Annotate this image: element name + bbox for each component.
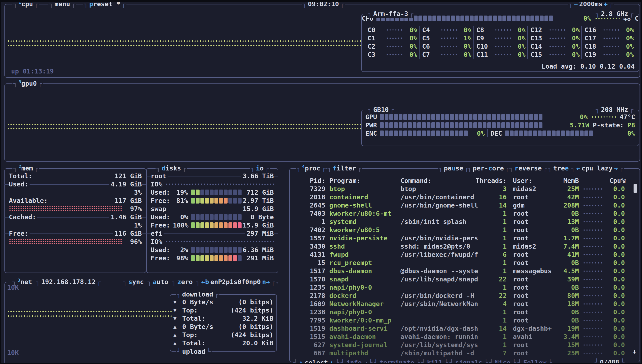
io-toggle[interactable]: io: [250, 164, 270, 172]
net-next-iface-button[interactable]: n→: [262, 278, 270, 286]
meter-block: [506, 122, 510, 128]
disks-title[interactable]: disks: [155, 164, 187, 172]
select-button[interactable]: ↑select↓: [293, 359, 340, 363]
sort-next-button[interactable]: →: [614, 164, 618, 172]
net-stat-label: Total:: [182, 315, 205, 322]
clock: 09:02:10: [302, 2, 345, 8]
process-row[interactable]: 627systemd-journal/usr/lib/systemd/sys1r…: [293, 341, 637, 349]
mem-row: Used:4.19 GiB: [9, 180, 142, 188]
col-cpu[interactable]: Cpu%: [606, 177, 625, 185]
gpu-encdec-row: ENC 0% DEC 0%: [365, 129, 635, 138]
col-user[interactable]: User:: [513, 177, 557, 185]
sort-prev-button[interactable]: ←: [576, 164, 580, 172]
tab-mem[interactable]: 2mem: [13, 164, 39, 172]
col-threads[interactable]: Threads:: [466, 177, 507, 185]
mem-label: Total:: [9, 172, 34, 180]
mem-row: 97%: [9, 205, 142, 213]
meter-block: [427, 114, 431, 120]
process-pid: 1235: [293, 284, 325, 292]
process-row[interactable]: 1systemd/sbin/init splash1root13M0.0: [293, 218, 637, 226]
col-pid[interactable]: Pid:: [293, 177, 325, 185]
net-zero-button[interactable]: zero: [171, 278, 199, 286]
kill-button[interactable]: kill: [421, 359, 449, 363]
filter-button[interactable]: filter: [327, 164, 362, 172]
process-row[interactable]: 7403kworker/u80:6-mt1root0B0.0: [293, 210, 637, 218]
process-row[interactable]: 15rcu_preempt1root0B0.0: [293, 259, 637, 267]
meter-block: [413, 114, 416, 120]
terminate-button[interactable]: terminate: [373, 359, 420, 363]
process-row[interactable]: 1557nvidia-persiste/usr/bin/nvidia-pers1…: [293, 234, 637, 242]
uptime: up 01:13:19: [11, 68, 54, 75]
tab-cpu[interactable]: 1cpu: [13, 2, 39, 8]
process-row[interactable]: 2645gnome-shell/usr/bin/gnome-shell14gdm…: [293, 201, 637, 210]
process-row[interactable]: 1235napi/phy0-01root0B0.0: [293, 284, 637, 292]
process-row[interactable]: 1609NetworkManager/usr/sbin/NetworkMan4r…: [293, 300, 637, 308]
core-row: C130%: [530, 34, 580, 42]
Nice-button[interactable]: Nice: [489, 359, 517, 363]
process-row[interactable]: 1515avahi-daemonavahi-daemon: runnin1ava…: [293, 333, 637, 341]
net-traffic-graph: [7, 310, 171, 318]
key-label-part: r: [514, 164, 518, 172]
meter-block: [549, 16, 553, 21]
process-row[interactable]: 1570snapd/usr/lib/snapd/snapd22root39M0.…: [293, 275, 637, 284]
refresh-decrease-button[interactable]: −: [574, 2, 578, 8]
process-mem: 0B: [553, 210, 579, 218]
core-row: C60%: [422, 42, 472, 50]
mem-label: Available:: [9, 197, 49, 204]
Follow-button[interactable]: Follow: [517, 359, 553, 363]
arrow-up-icon[interactable]: ↑: [299, 359, 303, 363]
scroll-down-icon[interactable]: ↓: [633, 348, 636, 355]
process-row[interactable]: 7329btopbtop3midas225M0.0: [293, 185, 637, 193]
process-row[interactable]: 667multipathd/sbin/multipathd -d7root25M…: [293, 349, 637, 357]
disk-meter-label: Free:: [151, 222, 173, 229]
core-name: C8: [476, 26, 493, 34]
process-program: rcu_preempt: [329, 259, 397, 267]
process-pid: 1515: [293, 333, 325, 341]
process-row[interactable]: 2018containerd/usr/bin/containerd16root4…: [293, 193, 637, 201]
net-auto-button[interactable]: auto: [147, 278, 174, 286]
meter-block: [521, 16, 525, 21]
process-row[interactable]: 1519dashboard-servi/opt/nvidia/dgx-dash1…: [293, 324, 637, 333]
net-prev-iface-button[interactable]: ←b: [201, 278, 209, 286]
meter-block: [525, 114, 528, 120]
arrow-down-icon[interactable]: ↓: [330, 359, 334, 363]
process-cpu: 0.0: [606, 218, 625, 226]
net-sync-button[interactable]: sync: [122, 278, 150, 286]
reverse-button[interactable]: reverse: [508, 164, 548, 172]
process-row[interactable]: 1517dbus-daemon@dbus-daemon --syste1mess…: [293, 267, 637, 275]
col-memb[interactable]: MemB: [553, 177, 579, 185]
process-row[interactable]: 7402kworker/u80:51root0B0.0: [293, 226, 637, 234]
process-cpu: 0.0: [606, 193, 625, 201]
refresh-increase-button[interactable]: +: [604, 2, 607, 8]
process-row[interactable]: 2178dockerd/usr/bin/dockerd -H22root80M0…: [293, 292, 637, 300]
scrollbar-thumb[interactable]: [633, 184, 637, 193]
gpu-pstate-label: P-state:: [593, 122, 624, 129]
disk-meter: [191, 190, 243, 195]
gpu-box: 5gpu0 GB10 208 MHz GPU 0% 47°C PWR: [5, 84, 640, 162]
core-usage-graph: [441, 43, 457, 50]
signals-button[interactable]: signals: [449, 359, 488, 363]
process-row[interactable]: 4131fwupd/usr/libexec/fwupd/f6root41M0.0: [293, 250, 637, 259]
info-button[interactable]: info↵: [340, 359, 373, 363]
process-row[interactable]: 1238napi/phy0-01root0B0.0: [293, 308, 637, 316]
tab-gpu[interactable]: 5gpu0: [13, 79, 43, 88]
meter-block: [538, 130, 542, 136]
meter-block: [191, 247, 195, 253]
process-cpu-graph: [583, 218, 604, 226]
pause-button[interactable]: pause: [438, 164, 469, 172]
gpu-temp: 47°C: [619, 113, 635, 121]
preset-button[interactable]: preset *: [83, 2, 126, 8]
process-cpu-graph: [583, 250, 604, 259]
tab-proc[interactable]: 4proc: [296, 164, 326, 172]
process-cpu: 0.0: [606, 250, 625, 259]
process-row[interactable]: 3430sshdsshd: midas2@pts/01midas27.4M0.0: [293, 242, 637, 250]
process-program: containerd: [329, 193, 397, 201]
process-row[interactable]: 7795kworker/0:0-mm_p1root0B0.0: [293, 316, 637, 324]
core-percent: 0%: [567, 34, 580, 42]
col-program[interactable]: Program:: [329, 177, 397, 185]
mem-row: Free:116 GiB: [9, 229, 142, 238]
mem-percent: 1%: [134, 222, 142, 229]
meter-block: [427, 122, 431, 128]
menu-button[interactable]: menu: [49, 2, 76, 8]
per-core-button[interactable]: per-core: [467, 164, 510, 172]
